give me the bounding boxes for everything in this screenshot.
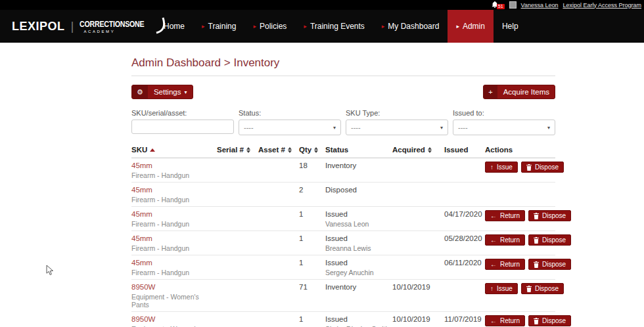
nav-item-policies[interactable]: ▸ Policies	[244, 10, 295, 43]
return-button-label: Return	[500, 212, 520, 219]
acquire-items-button[interactable]: + Acquire Items	[483, 85, 555, 99]
cell-issued	[444, 283, 485, 309]
cell-qty: 1	[299, 259, 325, 276]
column-header-serial[interactable]: Serial #	[217, 146, 258, 154]
dispose-button[interactable]: Dispose	[521, 162, 564, 173]
cell-issued	[444, 186, 485, 204]
cell-actions: ↑ Issue Dispose	[485, 162, 564, 179]
column-header-label: Status	[325, 146, 348, 154]
issue-arrow-icon: ↑	[490, 164, 494, 171]
column-header-issued: Issued	[444, 146, 485, 154]
cell-sku: 45mm Firearm - Handgun	[131, 162, 217, 179]
cell-qty: 1	[299, 315, 325, 327]
column-header-asset[interactable]: Asset #	[258, 146, 299, 154]
column-header-acquired[interactable]: Acquired	[392, 146, 444, 154]
filter-issued-to: Issued to: ---- ▾	[453, 109, 555, 135]
brand-logo[interactable]: LEXIPOL | CORRECTIONSONE ACADEMY	[0, 10, 146, 43]
cell-issued: 05/28/2020	[444, 234, 485, 252]
dispose-button[interactable]: Dispose	[528, 259, 571, 270]
dispose-button[interactable]: Dispose	[528, 234, 571, 246]
trash-icon	[534, 237, 539, 244]
status-filter-select[interactable]: ---- ▾	[239, 120, 341, 135]
cell-serial	[217, 283, 258, 309]
swoosh-icon	[156, 17, 168, 34]
sku-link[interactable]: 45mm	[131, 259, 152, 267]
status-text: Inventory	[325, 283, 392, 291]
avatar[interactable]	[509, 1, 517, 9]
column-header-qty[interactable]: Qty	[299, 146, 325, 154]
trash-icon	[534, 213, 539, 219]
table-row: 45mm Firearm - Handgun 1 Issued Breanna …	[131, 231, 555, 255]
sku-filter-input[interactable]	[131, 120, 234, 134]
chevron-down-icon: ▾	[333, 125, 336, 131]
early-access-program-link[interactable]: Lexipol Early Access Program	[563, 2, 641, 9]
issue-button[interactable]: ↑ Issue	[485, 283, 518, 294]
nav-item-training[interactable]: ▸ Training	[193, 10, 244, 43]
cell-qty: 71	[299, 283, 325, 309]
column-header-label: SKU	[131, 146, 147, 154]
sku-link[interactable]: 45mm	[131, 162, 152, 169]
cell-status: Inventory	[325, 162, 392, 179]
sku-link[interactable]: 8950W	[131, 283, 155, 291]
nav-item-help[interactable]: Help	[494, 10, 527, 43]
nav-label: Training Events	[310, 22, 365, 31]
return-button[interactable]: ← Return	[485, 234, 525, 246]
return-button[interactable]: ← Return	[485, 210, 525, 221]
trash-icon	[526, 286, 532, 292]
sort-icon	[428, 147, 432, 153]
correctionsone-text: CORRECTIONSONE	[80, 19, 144, 29]
dispose-button-label: Dispose	[542, 236, 566, 244]
column-header-label: Issued	[444, 146, 468, 154]
sku-link[interactable]: 45mm	[131, 210, 152, 218]
cell-serial	[217, 259, 258, 276]
cell-status: Inventory	[325, 283, 392, 309]
return-button[interactable]: ← Return	[485, 315, 525, 326]
cell-serial	[217, 315, 258, 327]
cell-asset	[258, 259, 299, 276]
cell-issued	[444, 162, 485, 179]
return-button[interactable]: ← Return	[485, 259, 525, 270]
status-filter-label: Status:	[239, 109, 341, 117]
dispose-button[interactable]: Dispose	[528, 210, 571, 221]
toolbar: ⚙ Settings ▾ + Acquire Items	[131, 85, 555, 99]
acquire-items-button-label: Acquire Items	[497, 88, 555, 96]
user-name-link[interactable]: Vanessa Leon	[521, 2, 559, 9]
dispose-button-label: Dispose	[535, 164, 559, 171]
column-header-sku[interactable]: SKU	[131, 146, 217, 154]
cell-qty: 18	[299, 162, 325, 179]
return-arrow-icon: ←	[490, 261, 497, 268]
nav-label: Admin	[463, 22, 485, 31]
cell-asset	[258, 315, 299, 327]
nav-item-my-dashboard[interactable]: ▸ My Dashboard	[373, 10, 448, 43]
sku-link[interactable]: 45mm	[131, 186, 152, 194]
sku-link[interactable]: 45mm	[131, 234, 152, 242]
submenu-arrow-icon: ▸	[202, 24, 205, 30]
issue-button-label: Issue	[497, 164, 513, 171]
dispose-button[interactable]: Dispose	[528, 315, 571, 326]
inventory-admin-page: { "topbar": { "notification_count": "51"…	[0, 0, 644, 327]
notifications-button[interactable]: 51	[492, 1, 505, 9]
column-header-status: Status	[325, 146, 392, 154]
dispose-button-label: Dispose	[542, 261, 566, 268]
cell-asset	[258, 186, 299, 204]
cell-status: Issued Skylar Diggins-Smith	[325, 315, 392, 327]
issue-button[interactable]: ↑ Issue	[485, 162, 518, 173]
status-filter-value: ----	[244, 123, 254, 131]
nav-item-training-events[interactable]: ▸ Training Events	[295, 10, 373, 43]
cell-sku: 45mm Firearm - Handgun	[131, 234, 217, 252]
sku-type-filter-select[interactable]: ---- ▾	[346, 120, 448, 135]
issued-to-filter-select[interactable]: ---- ▾	[453, 120, 555, 135]
caret-down-icon: ▾	[184, 89, 193, 95]
status-text: Issued	[325, 315, 392, 323]
sort-icon	[314, 147, 318, 153]
sku-link[interactable]: 8950W	[131, 315, 155, 323]
submenu-arrow-icon: ▸	[253, 24, 256, 30]
return-button-label: Return	[500, 236, 520, 244]
cell-qty: 1	[299, 210, 325, 228]
dispose-button-label: Dispose	[535, 285, 559, 292]
dispose-button-label: Dispose	[542, 317, 566, 324]
settings-button[interactable]: ⚙ Settings ▾	[131, 85, 193, 99]
top-nav: LEXIPOL | CORRECTIONSONE ACADEMY Home ▸ …	[0, 10, 644, 43]
dispose-button[interactable]: Dispose	[521, 283, 564, 294]
nav-item-admin[interactable]: ▸ Admin	[448, 10, 494, 43]
